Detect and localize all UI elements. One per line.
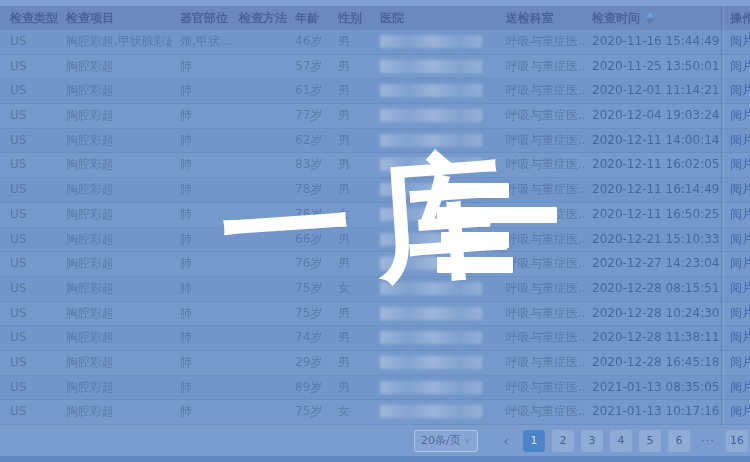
column-label: 操作	[730, 6, 750, 30]
column-header-age: 年龄	[287, 6, 330, 30]
cell-dept: 呼吸与重症医...	[498, 104, 584, 128]
table-row[interactable]: US胸腔彩超肺75岁男呼吸与重症医...2020-12-28 10:24:30阅…	[0, 302, 750, 327]
sort-ascending-icon[interactable]	[646, 12, 654, 17]
table-row[interactable]: US胸腔彩超肺76岁男呼吸与重症医...2020-12-27 14:23:04阅…	[0, 252, 750, 277]
cell-gender: 男	[330, 302, 372, 326]
cell-hospital	[372, 400, 498, 424]
table-row[interactable]: US胸腔彩超肺83岁男呼吸与重症医...2020-12-11 16:02:05阅…	[0, 153, 750, 178]
cell-hospital	[372, 30, 498, 54]
cell-method	[231, 153, 287, 177]
cell-type: US	[0, 376, 58, 400]
cell-gender: 男	[330, 104, 372, 128]
cell-time: 2020-12-28 10:24:30	[584, 302, 722, 326]
chevron-down-icon: ∨	[464, 436, 471, 445]
view-film-link[interactable]: 阅片	[730, 133, 750, 147]
cell-organ: 肺	[172, 351, 231, 375]
cell-type: US	[0, 351, 58, 375]
view-film-link[interactable]: 阅片	[730, 207, 750, 221]
view-film-link[interactable]: 阅片	[730, 281, 750, 295]
view-film-link[interactable]: 阅片	[730, 182, 750, 196]
cell-hospital	[372, 302, 498, 326]
column-header-time[interactable]: 检查时间	[584, 6, 722, 30]
table-row[interactable]: US胸腔彩超肺76岁女呼吸与重症医...2020-12-11 16:50:25阅…	[0, 203, 750, 228]
cell-action: 阅片	[722, 79, 750, 103]
column-label: 检查时间	[592, 6, 640, 30]
chevron-left-icon: ‹	[503, 433, 509, 449]
sort-descending-icon[interactable]	[646, 19, 654, 24]
view-film-link[interactable]: 阅片	[730, 83, 750, 97]
view-film-link[interactable]: 阅片	[730, 59, 750, 73]
page-button-6[interactable]: 6	[668, 430, 690, 452]
table-row[interactable]: US胸腔彩超,甲状腺彩超颈,甲状...46岁男呼吸与重症医...2020-11-…	[0, 30, 750, 55]
page-ellipsis[interactable]: ···	[697, 430, 719, 452]
cell-time: 2020-11-25 13:50:01	[584, 55, 722, 79]
page-button-3[interactable]: 3	[581, 430, 603, 452]
table-row[interactable]: US胸腔彩超肺62岁男呼吸与重症医...2020-12-11 14:00:14阅…	[0, 129, 750, 154]
cell-dept: 呼吸与重症医...	[498, 30, 584, 54]
cell-organ: 肺	[172, 153, 231, 177]
column-header-type: 检查类型	[0, 6, 58, 30]
page-button-1[interactable]: 1	[523, 430, 545, 452]
prev-page-button[interactable]: ‹	[496, 430, 516, 452]
table-row[interactable]: US胸腔彩超肺66岁男呼吸与重症医...2020-12-21 15:10:33阅…	[0, 228, 750, 253]
view-film-link[interactable]: 阅片	[730, 256, 750, 270]
table-row[interactable]: US胸腔彩超肺74岁男呼吸与重症医...2020-12-28 11:38:11阅…	[0, 326, 750, 351]
view-film-link[interactable]: 阅片	[730, 404, 750, 418]
page-buttons: 123456···16	[523, 430, 748, 452]
view-film-link[interactable]: 阅片	[730, 330, 750, 344]
view-film-link[interactable]: 阅片	[730, 232, 750, 246]
cell-age: 75岁	[287, 400, 330, 424]
cell-age: 62岁	[287, 129, 330, 153]
page-size-value: 20条/页	[421, 433, 461, 448]
view-film-link[interactable]: 阅片	[730, 380, 750, 394]
table-row[interactable]: US胸腔彩超肺78岁男呼吸与重症医...2020-12-11 16:14:49阅…	[0, 178, 750, 203]
table-row[interactable]: US胸腔彩超肺61岁男呼吸与重症医...2020-12-01 11:14:21阅…	[0, 79, 750, 104]
column-header-item: 检查项目	[58, 6, 172, 30]
cell-hospital	[372, 55, 498, 79]
table-row[interactable]: US胸腔彩超肺77岁男呼吸与重症医...2020-12-04 19:03:24阅…	[0, 104, 750, 129]
page-button-4[interactable]: 4	[610, 430, 632, 452]
cell-age: 76岁	[287, 252, 330, 276]
table-row[interactable]: US胸腔彩超肺57岁男呼吸与重症医...2020-11-25 13:50:01阅…	[0, 55, 750, 80]
cell-age: 78岁	[287, 178, 330, 202]
view-film-link[interactable]: 阅片	[730, 355, 750, 369]
table-body: US胸腔彩超,甲状腺彩超颈,甲状...46岁男呼吸与重症医...2020-11-…	[0, 30, 750, 425]
cell-gender: 男	[330, 129, 372, 153]
column-header-method: 检查方法	[231, 6, 287, 30]
page-button-16[interactable]: 16	[726, 430, 748, 452]
view-film-link[interactable]: 阅片	[730, 34, 750, 48]
view-film-link[interactable]: 阅片	[730, 157, 750, 171]
sort-caret-icon[interactable]	[646, 12, 654, 24]
cell-time: 2020-12-11 16:50:25	[584, 203, 722, 227]
cell-type: US	[0, 79, 58, 103]
cell-organ: 肺	[172, 178, 231, 202]
cell-gender: 男	[330, 30, 372, 54]
redacted-hospital-name	[380, 158, 482, 171]
cell-organ: 肺	[172, 302, 231, 326]
cell-gender: 女	[330, 400, 372, 424]
page-button-2[interactable]: 2	[552, 430, 574, 452]
table-row[interactable]: US胸腔彩超肺89岁男呼吸与重症医...2021-01-13 08:35:05阅…	[0, 376, 750, 401]
cell-organ: 肺	[172, 400, 231, 424]
cell-method	[231, 30, 287, 54]
cell-time: 2020-12-11 14:00:14	[584, 129, 722, 153]
cell-item: 胸腔彩超	[58, 252, 172, 276]
table-row[interactable]: US胸腔彩超肺75岁女呼吸与重症医...2020-12-28 08:15:51阅…	[0, 277, 750, 302]
cell-method	[231, 129, 287, 153]
page-button-5[interactable]: 5	[639, 430, 661, 452]
table-row[interactable]: US胸腔彩超肺29岁男呼吸与重症医...2020-12-28 16:45:18阅…	[0, 351, 750, 376]
column-label: 年龄	[295, 6, 319, 30]
cell-type: US	[0, 203, 58, 227]
cell-organ: 肺	[172, 228, 231, 252]
view-film-link[interactable]: 阅片	[730, 108, 750, 122]
cell-time: 2020-12-27 14:23:04	[584, 252, 722, 276]
cell-method	[231, 55, 287, 79]
cell-age: 75岁	[287, 302, 330, 326]
cell-age: 83岁	[287, 153, 330, 177]
view-film-link[interactable]: 阅片	[730, 306, 750, 320]
cell-type: US	[0, 129, 58, 153]
redaction-box	[437, 183, 509, 198]
page-size-select[interactable]: 20条/页 ∨	[414, 430, 478, 452]
cell-gender: 女	[330, 203, 372, 227]
table-row[interactable]: US胸腔彩超肺75岁女呼吸与重症医...2021-01-13 10:17:16阅…	[0, 400, 750, 425]
